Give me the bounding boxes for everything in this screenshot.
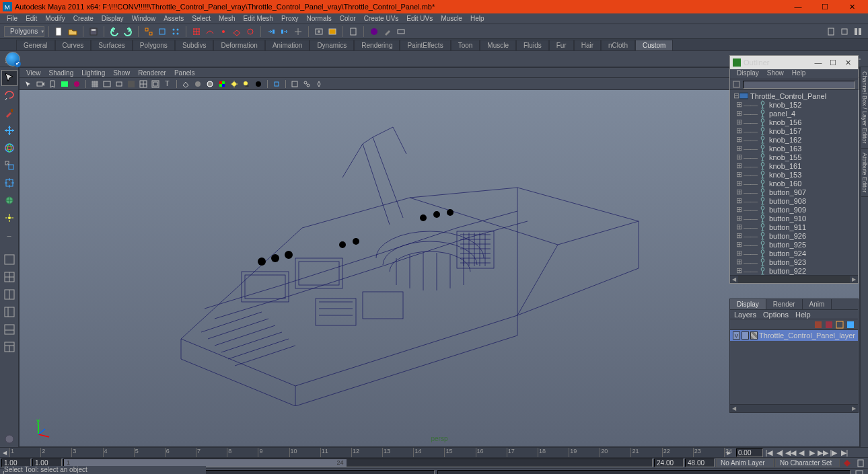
2d-pan-icon[interactable] — [71, 79, 82, 89]
xray-joints-icon[interactable] — [301, 79, 312, 89]
xray-icon[interactable] — [289, 79, 300, 89]
outliner-item[interactable]: ⊞——panel_4 — [730, 109, 858, 118]
snap-plane-icon[interactable] — [231, 26, 243, 38]
expand-icon[interactable]: ⊞ — [735, 161, 742, 170]
ipr-render-icon[interactable] — [326, 26, 338, 38]
shelf-tab-toon[interactable]: Toon — [451, 40, 480, 50]
prefs-icon[interactable] — [855, 457, 867, 469]
expand-icon[interactable]: ⊞ — [735, 153, 742, 161]
outliner-item[interactable]: ⊞——button_923 — [730, 258, 858, 266]
redo-icon[interactable] — [122, 26, 134, 38]
menu-modify[interactable]: Modify — [41, 13, 69, 24]
outliner-item[interactable]: ⊞——button_922 — [730, 266, 858, 275]
rewind-start-icon[interactable]: |◀ — [764, 448, 774, 457]
outliner-item[interactable]: ⊞——knob_152 — [730, 100, 858, 109]
single-perspective-layout[interactable] — [1, 251, 17, 268]
expand-icon[interactable]: ⊞ — [735, 266, 742, 275]
shelf-tab-custom[interactable]: Custom — [635, 40, 673, 50]
menu-help[interactable]: Help — [466, 13, 489, 24]
wireframe-on-shaded-icon[interactable] — [205, 79, 215, 89]
expand-icon[interactable]: ⊞ — [735, 100, 742, 109]
step-fwd-frame-icon[interactable]: |▶ — [829, 448, 838, 457]
snap-curve-icon[interactable] — [204, 26, 216, 38]
layer-move-up-icon[interactable] — [813, 320, 823, 329]
isolate-select-icon[interactable] — [271, 79, 282, 89]
open-scene-icon[interactable] — [67, 26, 79, 38]
outliner-item[interactable]: ⊞——knob_161 — [730, 161, 858, 170]
script-editor-icon[interactable] — [853, 468, 865, 474]
scroll-track[interactable] — [738, 276, 850, 283]
camera-attr-icon[interactable] — [35, 79, 46, 89]
shelf-tab-deformation[interactable]: Deformation — [213, 40, 264, 50]
shelf-tab-ncloth[interactable]: nCloth — [601, 40, 635, 50]
menu-mesh[interactable]: Mesh — [215, 13, 239, 24]
outliner-titlebar[interactable]: Outliner — ☐ ✕ — [730, 56, 858, 69]
expand-icon[interactable]: ⊞ — [735, 214, 742, 223]
two-side-layout[interactable] — [1, 286, 17, 303]
menu-create-uvs[interactable]: Create UVs — [360, 13, 403, 24]
outliner-list[interactable]: ⊟Throttle_Control_Panel⊞——knob_152⊞——pan… — [730, 90, 858, 275]
soft-mod-tool[interactable] — [1, 192, 17, 208]
shelf-tab-dynamics[interactable]: Dynamics — [310, 40, 354, 50]
layer-new-empty-icon[interactable] — [835, 320, 844, 329]
expand-icon[interactable]: ⊞ — [735, 249, 742, 258]
lasso-tool[interactable] — [1, 87, 17, 104]
outliner-hscroll[interactable]: ◀ ▶ — [730, 275, 858, 283]
outliner-menu-help[interactable]: Help — [788, 69, 810, 79]
mode-selector[interactable]: Polygons — [4, 26, 44, 37]
expand-icon[interactable]: ⊟ — [733, 91, 739, 100]
snap-point-icon[interactable] — [217, 26, 229, 38]
persp-outliner-layout[interactable] — [1, 304, 17, 320]
outliner-item[interactable]: ⊞——button_925 — [730, 240, 858, 249]
field-chart-icon[interactable] — [138, 79, 149, 89]
play-back-icon[interactable]: ◀ — [797, 448, 806, 457]
four-view-layout[interactable] — [1, 269, 17, 285]
inputs-icon[interactable] — [265, 26, 277, 38]
quick-layout-icon[interactable] — [1, 431, 17, 447]
expand-icon[interactable]: ⊞ — [735, 205, 742, 214]
layer-type-toggle[interactable] — [742, 331, 749, 340]
expand-icon[interactable]: ⊞ — [735, 170, 742, 179]
vray-shelf-icon[interactable] — [5, 52, 20, 67]
outliner-menu-display[interactable]: Display — [733, 69, 763, 79]
current-time-field[interactable] — [736, 448, 763, 457]
shelf-tab-surfaces[interactable]: Surfaces — [91, 40, 132, 50]
gate-mask-icon[interactable] — [126, 79, 137, 89]
anim-layer-select[interactable]: No Anim Layer — [716, 459, 774, 467]
outliner-item[interactable]: ⊞——button_926 — [730, 231, 858, 240]
time-ticks[interactable]: 123456789101112131415161718192021222324 — [9, 448, 724, 457]
step-back-frame-icon[interactable]: ◀| — [775, 448, 785, 457]
outliner-min-button[interactable]: — — [811, 58, 826, 67]
outliner-menu-show[interactable]: Show — [763, 69, 788, 79]
outliner-item[interactable]: ⊞——button_907 — [730, 188, 858, 196]
shelf-tab-animation[interactable]: Animation — [265, 40, 310, 50]
high-quality-icon[interactable] — [253, 79, 264, 89]
menu-create[interactable]: Create — [69, 13, 98, 24]
expand-icon[interactable]: ⊞ — [735, 240, 742, 249]
layer-menu-layers[interactable]: Layers — [734, 311, 756, 319]
scroll-track[interactable] — [738, 405, 850, 412]
layer-row[interactable]: VThrottle_Control_Panel_layer — [730, 330, 858, 341]
expand-icon[interactable]: ⊞ — [735, 135, 742, 144]
render-icon[interactable] — [313, 26, 325, 38]
smooth-shade-icon[interactable] — [192, 79, 203, 89]
snap-live-icon[interactable] — [244, 26, 256, 38]
outliner-item[interactable]: ⊞——knob_163 — [730, 144, 858, 153]
menu-normals[interactable]: Normals — [303, 13, 336, 24]
vp-menu-lighting[interactable]: Lighting — [77, 69, 109, 77]
time-left-icon[interactable]: ◀ — [0, 448, 9, 457]
last-tool[interactable]: – — [1, 227, 17, 243]
layer-hscroll[interactable]: ◀ ▶ — [730, 404, 858, 412]
menu-edit[interactable]: Edit — [22, 13, 41, 24]
outliner-item[interactable]: ⊞——button_909 — [730, 205, 858, 214]
layer-tab-render[interactable]: Render — [766, 299, 803, 309]
scroll-right-icon[interactable]: ▶ — [850, 405, 858, 412]
use-all-lights-icon[interactable] — [229, 79, 240, 89]
step-back-key-icon[interactable]: ◀◀ — [786, 448, 795, 457]
menu-display[interactable]: Display — [98, 13, 128, 24]
shelf-tab-subdivs[interactable]: Subdivs — [175, 40, 214, 50]
select-camera-icon[interactable] — [23, 79, 34, 89]
time-slider[interactable]: ◀ 12345678910111213141516171819202122232… — [0, 447, 868, 458]
layer-new-selected-icon[interactable] — [846, 320, 855, 329]
menu-edit-mesh[interactable]: Edit Mesh — [239, 13, 277, 24]
